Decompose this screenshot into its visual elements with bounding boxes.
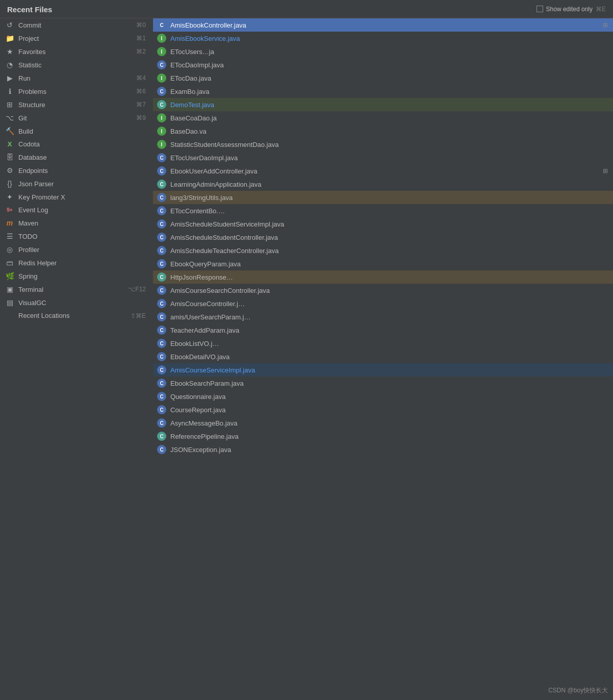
sidebar-item-commit[interactable]: ↺Commit⌘0 <box>0 18 153 32</box>
sidebar-item-profiler[interactable]: ◎Profiler <box>0 243 153 256</box>
file-item[interactable]: C amis/UserSearchParam.j… <box>153 310 613 323</box>
sidebar-item-build[interactable]: 🔨Build <box>0 124 153 138</box>
file-type-icon: I <box>157 34 166 43</box>
file-type-icon: C <box>157 286 166 295</box>
sidebar-item-visualgc[interactable]: ▤VisualGC <box>0 296 153 309</box>
file-name-18: EbookQueryParam.java <box>170 260 608 268</box>
file-item[interactable]: I ETocUsers…ja <box>153 45 613 58</box>
file-item[interactable]: C AsyncMessageBo.java <box>153 416 613 430</box>
file-item[interactable]: I BaseCoaDao.ja <box>153 111 613 124</box>
shortcut-2: ⌘2 <box>136 48 146 55</box>
sidebar-item-codota[interactable]: XCodota <box>0 138 153 151</box>
file-name-24: EbookListVO.j… <box>170 340 608 347</box>
sidebar-item-json-parser[interactable]: {}Json Parser <box>0 177 153 190</box>
file-type-icon: C <box>157 352 166 361</box>
file-item[interactable]: C EbookQueryParam.java <box>153 257 613 270</box>
file-item[interactable]: C ExamBo.java <box>153 85 613 98</box>
sidebar-item-spring[interactable]: 🌿Spring <box>0 269 153 283</box>
file-type-icon: I <box>157 73 166 83</box>
file-item[interactable]: C EbookListVO.j… <box>153 337 613 350</box>
sidebar: Recent Files ↺Commit⌘0📁Project⌘1★Favorit… <box>0 0 153 700</box>
file-item[interactable]: C AmisCourseController.j… <box>153 297 613 310</box>
sidebar-item-endpoints[interactable]: ⚙Endpoints <box>0 164 153 177</box>
sidebar-item-git[interactable]: ⌥Git⌘9 <box>0 111 153 124</box>
sidebar-item-project[interactable]: 📁Project⌘1 <box>0 32 153 45</box>
file-item[interactable]: C AmisScheduleTeacherController.java <box>153 244 613 257</box>
file-item[interactable]: C AmisScheduleStudentController.java <box>153 231 613 244</box>
file-name-7: BaseCoaDao.ja <box>170 114 608 122</box>
file-item[interactable]: C Questionnaire.java <box>153 390 613 403</box>
file-item[interactable]: C EbookDetailVO.java <box>153 350 613 363</box>
sidebar-icon-3: ◔ <box>5 61 14 69</box>
sidebar-icon-6: ⊞ <box>5 101 14 109</box>
file-item[interactable]: I ETocDao.java <box>153 71 613 85</box>
file-item[interactable]: C JSONException.java <box>153 443 613 456</box>
file-name-31: ReferencePipeline.java <box>170 433 608 440</box>
file-item[interactable]: C AmisScheduleStudentServiceImpl.java <box>153 217 613 231</box>
file-item[interactable]: I BaseDao.va <box>153 124 613 138</box>
sidebar-item-redis-helper[interactable]: 🗃Redis Helper <box>0 256 153 269</box>
file-item[interactable]: C ETocUserDaoImpl.java <box>153 151 613 164</box>
sidebar-icon-20: ▣ <box>5 285 14 293</box>
sidebar-item-structure[interactable]: ⊞Structure⌘7 <box>0 98 153 111</box>
sidebar-item-favorites[interactable]: ★Favorites⌘2 <box>0 45 153 58</box>
sidebar-icon-0: ↺ <box>5 21 14 29</box>
file-item[interactable]: C ETocDaoImpl.java <box>153 58 613 71</box>
file-item[interactable]: C HttpJsonResponse… <box>153 270 613 284</box>
file-type-icon: I <box>157 140 166 149</box>
file-item[interactable]: C AmisCourseServiceImpl.java <box>153 363 613 377</box>
sidebar-label-6: Structure <box>18 101 132 109</box>
sidebar-label-22: Recent Locations <box>18 312 126 319</box>
shortcut-4: ⌘4 <box>136 74 146 82</box>
file-item[interactable]: C CourseReport.java <box>153 403 613 416</box>
file-item[interactable]: I AmisEbookService.java <box>153 32 613 45</box>
file-item[interactable]: C LearningAdminApplication.java <box>153 178 613 191</box>
sidebar-item-statistic[interactable]: ◔Statistic <box>0 58 153 71</box>
file-name-0: AmisEbookController.java <box>170 21 599 29</box>
file-item[interactable]: C DemoTest.java <box>153 98 613 111</box>
sidebar-item-key-promoter-x[interactable]: ✦Key Promoter X <box>0 190 153 204</box>
file-type-icon: C <box>157 180 166 189</box>
file-type-icon: I <box>157 47 166 56</box>
file-type-icon: C <box>157 219 166 229</box>
file-type-icon: C <box>157 326 166 335</box>
sidebar-label-5: Problems <box>18 88 132 95</box>
file-name-19: HttpJsonResponse… <box>170 273 608 281</box>
file-item[interactable]: C EbookUserAddController.java ⊞ <box>153 164 613 178</box>
file-type-icon: C <box>157 432 166 441</box>
file-item[interactable]: C AmisCourseSearchController.java <box>153 284 613 297</box>
file-item[interactable]: C ReferencePipeline.java <box>153 430 613 443</box>
file-type-icon: C <box>157 365 166 374</box>
sidebar-item-maven[interactable]: mMaven <box>0 216 153 230</box>
sidebar-label-11: Endpoints <box>18 167 146 174</box>
sidebar-label-19: Spring <box>18 272 146 280</box>
sidebar-item-problems[interactable]: ℹProblems⌘6 <box>0 85 153 98</box>
sidebar-item-database[interactable]: 🗄Database <box>0 151 153 164</box>
file-name-29: CourseReport.java <box>170 406 608 414</box>
maven-icon: m <box>5 219 14 227</box>
file-item[interactable]: C AmisEbookController.java ⊞ <box>153 18 613 32</box>
show-edited-only-checkbox[interactable] <box>537 6 543 12</box>
sidebar-item-recent-locations[interactable]: Recent Locations⇧⌘E <box>0 309 153 322</box>
file-name-12: LearningAdminApplication.java <box>170 181 608 188</box>
file-name-1: AmisEbookService.java <box>170 35 608 42</box>
file-item[interactable]: I StatisticStudentAssessmentDao.java <box>153 138 613 151</box>
file-item[interactable]: C ETocContentBo.… <box>153 204 613 217</box>
sidebar-icon-18: 🗃 <box>5 259 14 267</box>
file-item[interactable]: C lang3/StringUtils.java <box>153 191 613 204</box>
sidebar-item-event-log[interactable]: 9+Event Log <box>0 204 153 216</box>
file-name-17: AmisScheduleTeacherController.java <box>170 247 608 255</box>
sidebar-label-7: Git <box>18 114 132 122</box>
file-name-3: ETocDaoImpl.java <box>170 61 608 69</box>
sidebar-item-todo[interactable]: ☰TODO <box>0 230 153 243</box>
shortcut-1: ⌘1 <box>136 35 146 42</box>
sidebar-label-8: Build <box>18 128 146 135</box>
sidebar-label-1: Project <box>18 35 132 42</box>
file-name-10: ETocUserDaoImpl.java <box>170 154 608 162</box>
sidebar-item-run[interactable]: ▶Run⌘4 <box>0 71 153 85</box>
file-item[interactable]: C TeacherAddParam.java <box>153 323 613 337</box>
sidebar-label-10: Database <box>18 154 146 161</box>
file-item[interactable]: C EbookSearchParam.java <box>153 377 613 390</box>
sidebar-icon-12: {} <box>5 180 14 188</box>
sidebar-item-terminal[interactable]: ▣Terminal⌥F12 <box>0 283 153 296</box>
